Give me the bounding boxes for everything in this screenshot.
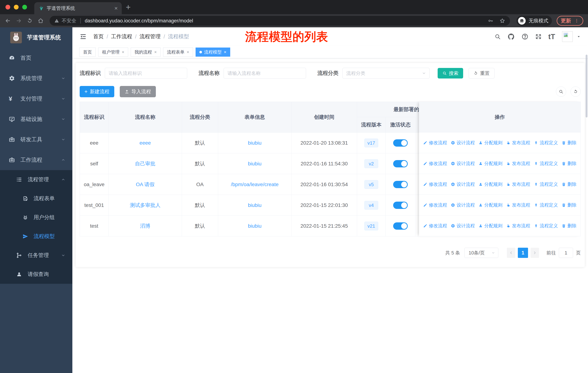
action-edit-link[interactable]: 修改流程	[423, 161, 447, 166]
action-design-link[interactable]: 设计流程	[451, 140, 475, 146]
action-definition-link[interactable]: 流程定义	[534, 202, 558, 208]
zoom-window-button[interactable]	[22, 5, 27, 10]
tag-close-icon[interactable]: ×	[154, 50, 157, 54]
back-icon[interactable]	[5, 18, 11, 24]
tab-home[interactable]: 首页	[79, 48, 96, 57]
tab-my-process[interactable]: 我的流程 ×	[131, 48, 161, 57]
model-name-link[interactable]: 滔博	[140, 223, 150, 229]
github-icon[interactable]	[507, 33, 515, 40]
sidebar-item-process-form[interactable]: 流程表单	[0, 189, 72, 208]
refresh-table-button[interactable]	[570, 87, 581, 97]
key-icon[interactable]	[488, 18, 493, 23]
minimize-window-button[interactable]	[14, 5, 19, 10]
sidebar-item-devtools[interactable]: 研发工具	[0, 129, 72, 150]
action-delete-link[interactable]: 删除	[562, 181, 577, 187]
page-size-select[interactable]: 10条/页	[464, 248, 498, 258]
help-icon[interactable]	[521, 33, 529, 40]
action-edit-link[interactable]: 修改流程	[423, 140, 447, 146]
form-info-link[interactable]: biubiu	[248, 161, 262, 166]
sidebar-item-process-mgmt[interactable]: 流程管理	[0, 170, 72, 189]
create-process-button[interactable]: + 新建流程	[80, 86, 114, 97]
security-warning-icon[interactable]	[54, 18, 59, 23]
import-process-button[interactable]: 导入流程	[120, 86, 156, 97]
browser-tab[interactable]: 芋道管理系统 ×	[34, 2, 122, 14]
action-delete-link[interactable]: 删除	[562, 202, 577, 208]
current-page-button[interactable]: 1	[518, 248, 528, 258]
sidebar-item-system[interactable]: 系统管理	[0, 68, 72, 89]
close-window-button[interactable]	[5, 5, 10, 10]
search-button[interactable]: 搜索	[438, 68, 463, 79]
action-publish-link[interactable]: 发布流程	[506, 140, 530, 146]
action-definition-link[interactable]: 流程定义	[534, 161, 558, 166]
model-name-link[interactable]: eeee	[139, 140, 151, 146]
action-assign-link[interactable]: 分配规则	[478, 223, 503, 229]
action-delete-link[interactable]: 删除	[562, 140, 577, 146]
reload-icon[interactable]	[27, 18, 33, 24]
sidebar-item-leave-query[interactable]: 请假查询	[0, 265, 72, 284]
tag-close-icon[interactable]: ×	[122, 50, 124, 54]
action-delete-link[interactable]: 删除	[562, 223, 577, 229]
action-publish-link[interactable]: 发布流程	[506, 202, 530, 208]
sidebar-item-home[interactable]: 首页	[0, 48, 72, 68]
prev-page-button[interactable]	[507, 248, 515, 258]
url-bar[interactable]: 不安全 dashboard.yudao.iocoder.cn/bpm/manag…	[50, 16, 510, 26]
action-publish-link[interactable]: 发布流程	[506, 223, 530, 229]
model-name-link[interactable]: OA 请假	[136, 181, 155, 187]
header-search-icon[interactable]	[494, 33, 501, 40]
tag-close-icon[interactable]: ×	[187, 50, 189, 54]
browser-update-button[interactable]: 更新	[557, 16, 583, 26]
action-definition-link[interactable]: 流程定义	[534, 140, 558, 146]
toggle-search-button[interactable]	[556, 87, 566, 97]
tab-process-model[interactable]: 流程模型 ×	[196, 48, 230, 57]
tag-close-icon[interactable]: ×	[224, 50, 226, 54]
bookmark-star-icon[interactable]	[499, 18, 505, 24]
action-publish-link[interactable]: 发布流程	[506, 181, 530, 187]
sidebar-item-process-model[interactable]: 流程模型	[0, 227, 72, 246]
form-info-link[interactable]: /bpm/oa/leave/create	[231, 181, 279, 187]
model-name-link[interactable]: 测试多审批人	[130, 202, 161, 208]
new-tab-button[interactable]: +	[126, 3, 131, 11]
tab-process-form[interactable]: 流程表单 ×	[163, 48, 193, 57]
form-info-link[interactable]: biubiu	[248, 140, 262, 146]
active-toggle[interactable]	[393, 222, 408, 230]
action-delete-link[interactable]: 删除	[562, 161, 577, 166]
model-name-link[interactable]: 自己审批	[135, 161, 156, 166]
action-assign-link[interactable]: 分配规则	[478, 140, 503, 146]
sidebar-collapse-icon[interactable]	[79, 33, 87, 40]
user-avatar[interactable]	[562, 31, 573, 42]
action-edit-link[interactable]: 修改流程	[423, 223, 447, 229]
active-toggle[interactable]	[393, 181, 408, 188]
process-name-input[interactable]	[224, 68, 306, 79]
action-design-link[interactable]: 设计流程	[451, 223, 475, 229]
next-page-button[interactable]	[531, 248, 539, 258]
action-design-link[interactable]: 设计流程	[451, 181, 475, 187]
sidebar-item-infra[interactable]: 基础设施	[0, 109, 72, 129]
tab-tenant[interactable]: 租户管理 ×	[98, 48, 128, 57]
action-publish-link[interactable]: 发布流程	[506, 161, 530, 166]
active-toggle[interactable]	[393, 139, 408, 147]
action-design-link[interactable]: 设计流程	[451, 202, 475, 208]
active-toggle[interactable]	[393, 160, 408, 167]
form-info-link[interactable]: biubiu	[248, 223, 262, 229]
tab-close-icon[interactable]: ×	[114, 5, 118, 12]
action-edit-link[interactable]: 修改流程	[423, 181, 447, 187]
browser-menu-icon[interactable]	[574, 18, 579, 23]
sidebar-item-task-mgmt[interactable]: 任务管理	[0, 246, 72, 265]
action-definition-link[interactable]: 流程定义	[534, 181, 558, 187]
action-assign-link[interactable]: 分配规则	[478, 161, 503, 166]
avatar-caret-icon[interactable]	[577, 35, 581, 39]
scrollbar-thumb[interactable]	[586, 55, 588, 118]
action-assign-link[interactable]: 分配规则	[478, 202, 503, 208]
sidebar-item-workflow[interactable]: 工作流程	[0, 150, 72, 170]
action-design-link[interactable]: 设计流程	[451, 161, 475, 166]
process-key-input[interactable]	[105, 68, 187, 79]
action-assign-link[interactable]: 分配规则	[478, 181, 503, 187]
forward-icon[interactable]	[16, 18, 22, 24]
sidebar-item-payment[interactable]: ¥ 支付管理	[0, 89, 72, 109]
fullscreen-icon[interactable]	[535, 33, 542, 40]
home-icon[interactable]	[38, 18, 44, 24]
action-edit-link[interactable]: 修改流程	[423, 202, 447, 208]
goto-page-input[interactable]	[559, 248, 573, 258]
process-category-select[interactable]: 流程分类	[343, 68, 430, 79]
active-toggle[interactable]	[393, 202, 408, 209]
